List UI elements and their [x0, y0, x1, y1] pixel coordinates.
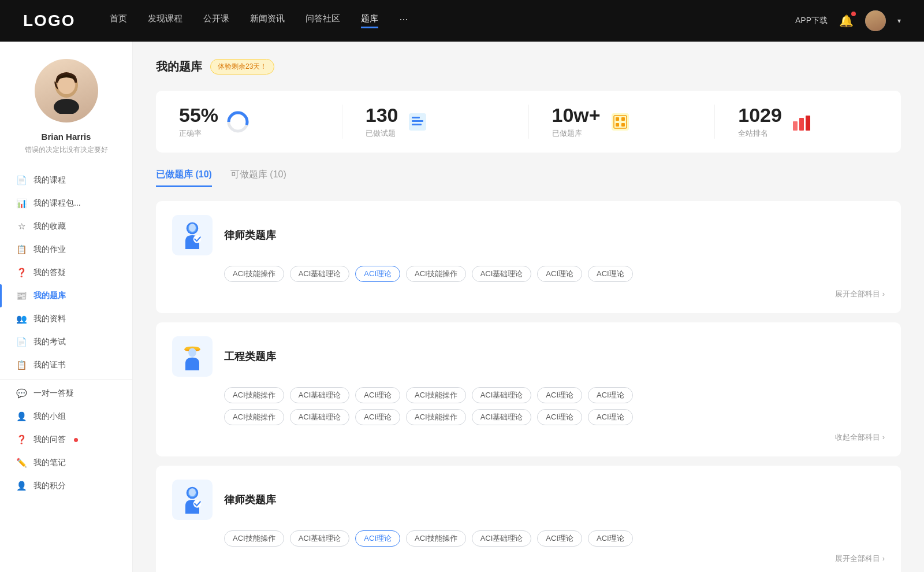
chat-icon: 💬 — [16, 388, 27, 399]
tag-1[interactable]: ACI基础理论 — [290, 266, 350, 282]
stat-value-banks: 10w+ — [552, 105, 601, 126]
l2-tag-0[interactable]: ACI技能操作 — [224, 530, 284, 547]
unread-dot — [74, 438, 78, 442]
collapse-btn-engineer[interactable]: 收起全部科目 › — [172, 432, 885, 443]
svg-point-24 — [188, 348, 196, 357]
qa-icon: ❓ — [16, 434, 27, 445]
stats-bar: 55% 正确率 130 已做试题 — [156, 91, 901, 153]
qbank-header-lawyer-2: 律师类题库 — [172, 480, 885, 520]
avatar-illustration — [43, 68, 90, 114]
eng-tag-r1-5[interactable]: ACI理论 — [537, 387, 582, 403]
qbank-tags-engineer-row2: ACI技能操作 ACI基础理论 ACI理论 ACI技能操作 ACI基础理论 AC… — [224, 409, 885, 425]
stat-correct-rate: 55% 正确率 — [156, 105, 342, 139]
page-body: Brian Harris 错误的决定比没有决定要好 📄 我的课程 📊 我的课程包… — [0, 42, 924, 572]
eng-tag-r1-0[interactable]: ACI技能操作 — [224, 387, 284, 403]
points-icon: 👤 — [16, 481, 27, 491]
qbank-header-engineer: 工程类题库 — [172, 336, 885, 377]
sidebar-item-notes[interactable]: ✏️ 我的笔记 — [0, 451, 132, 474]
nav-qa[interactable]: 问答社区 — [305, 13, 340, 28]
bank-icon — [609, 110, 632, 133]
sidebar-item-exam[interactable]: 📄 我的考试 — [0, 330, 132, 354]
sidebar-item-group[interactable]: 👤 我的小组 — [0, 405, 132, 428]
sidebar: Brian Harris 错误的决定比没有决定要好 📄 我的课程 📊 我的课程包… — [0, 42, 133, 572]
eng-tag-r1-2[interactable]: ACI理论 — [355, 387, 400, 403]
eng-tag-r2-3[interactable]: ACI技能操作 — [406, 409, 466, 425]
logo[interactable]: LOGO — [23, 12, 75, 30]
nav-more[interactable]: ··· — [399, 13, 408, 28]
l2-tag-5[interactable]: ACI理论 — [537, 530, 582, 547]
notification-bell[interactable]: 🔔 — [839, 14, 854, 28]
tag-3[interactable]: ACI技能操作 — [406, 266, 466, 282]
tab-done[interactable]: 已做题库 (10) — [156, 169, 212, 187]
group-icon: 👤 — [16, 411, 27, 422]
expand-btn-lawyer-2[interactable]: 展开全部科目 › — [172, 554, 885, 564]
sidebar-item-my-qa[interactable]: ❓ 我的问答 — [0, 428, 132, 451]
l2-tag-3[interactable]: ACI技能操作 — [406, 530, 466, 547]
qbank-title-engineer: 工程类题库 — [224, 350, 276, 363]
chevron-down-icon[interactable]: ▾ — [897, 17, 901, 25]
newspaper-icon: 📰 — [16, 291, 27, 301]
l2-tag-4[interactable]: ACI基础理论 — [472, 530, 532, 547]
tag-6[interactable]: ACI理论 — [588, 266, 633, 282]
eng-tag-r2-1[interactable]: ACI基础理论 — [290, 409, 350, 425]
tag-2-active[interactable]: ACI理论 — [355, 266, 400, 282]
tag-4[interactable]: ACI基础理论 — [472, 266, 532, 282]
sidebar-item-qa[interactable]: ❓ 我的答疑 — [0, 261, 132, 284]
expand-btn-lawyer-1[interactable]: 展开全部科目 › — [172, 289, 885, 299]
sidebar-item-points[interactable]: 👤 我的积分 — [0, 474, 132, 497]
avatar[interactable] — [865, 10, 886, 31]
eng-tag-r2-2[interactable]: ACI理论 — [355, 409, 400, 425]
stat-value-correct: 55% — [179, 105, 218, 126]
svg-rect-17 — [799, 118, 804, 131]
nav-question-bank[interactable]: 题库 — [361, 13, 378, 28]
engineer-icon — [172, 336, 213, 377]
sidebar-menu: 📄 我的课程 📊 我的课程包... ☆ 我的收藏 📋 我的作业 ❓ 我的答疑 📰 — [0, 169, 132, 497]
eng-tag-r1-4[interactable]: ACI基础理论 — [472, 387, 532, 403]
eng-tag-r1-6[interactable]: ACI理论 — [588, 387, 633, 403]
tab-available[interactable]: 可做题库 (10) — [230, 169, 286, 187]
sidebar-item-homework[interactable]: 📋 我的作业 — [0, 238, 132, 261]
nav-home[interactable]: 首页 — [110, 13, 127, 28]
nav-courses[interactable]: 发现课程 — [148, 13, 182, 28]
svg-rect-16 — [793, 121, 798, 131]
sidebar-item-favorites[interactable]: ☆ 我的收藏 — [0, 215, 132, 238]
tag-5[interactable]: ACI理论 — [537, 266, 582, 282]
eng-tag-r1-1[interactable]: ACI基础理论 — [290, 387, 350, 403]
sidebar-item-question-bank[interactable]: 📰 我的题库 — [0, 284, 132, 307]
sidebar-divider — [0, 379, 132, 380]
eng-tag-r2-0[interactable]: ACI技能操作 — [224, 409, 284, 425]
sidebar-item-certificate[interactable]: 📋 我的证书 — [0, 354, 132, 377]
tag-0[interactable]: ACI技能操作 — [224, 266, 284, 282]
svg-point-27 — [189, 489, 196, 497]
svg-rect-15 — [621, 123, 625, 127]
notification-badge — [851, 12, 856, 16]
sidebar-avatar — [35, 59, 98, 122]
svg-point-3 — [54, 99, 79, 114]
svg-rect-8 — [412, 120, 423, 122]
notes-icon: ✏️ — [16, 458, 27, 468]
question-icon: ❓ — [16, 268, 27, 278]
l2-tag-1[interactable]: ACI基础理论 — [290, 530, 350, 547]
eng-tag-r2-6[interactable]: ACI理论 — [588, 409, 633, 425]
qbank-tags-lawyer-2: ACI技能操作 ACI基础理论 ACI理论 ACI技能操作 ACI基础理论 AC… — [224, 530, 885, 547]
eng-tag-r1-3[interactable]: ACI技能操作 — [406, 387, 466, 403]
sidebar-item-tutoring[interactable]: 💬 一对一答疑 — [0, 382, 132, 405]
sidebar-item-course-package[interactable]: 📊 我的课程包... — [0, 192, 132, 215]
eng-tag-r2-5[interactable]: ACI理论 — [537, 409, 582, 425]
sidebar-item-materials[interactable]: 👥 我的资料 — [0, 307, 132, 330]
app-download[interactable]: APP下载 — [795, 16, 828, 26]
qbank-tags-engineer-row1: ACI技能操作 ACI基础理论 ACI理论 ACI技能操作 ACI基础理论 AC… — [224, 387, 885, 403]
certificate-icon: 📋 — [16, 360, 27, 370]
qbank-tags-lawyer-1: ACI技能操作 ACI基础理论 ACI理论 ACI技能操作 ACI基础理论 AC… — [224, 266, 885, 282]
stat-value-done: 130 — [366, 105, 398, 126]
eng-tag-r2-4[interactable]: ACI基础理论 — [472, 409, 532, 425]
l2-tag-6[interactable]: ACI理论 — [588, 530, 633, 547]
list-icon — [406, 110, 429, 133]
stat-label-correct: 正确率 — [179, 128, 218, 139]
nav-open-course[interactable]: 公开课 — [203, 13, 229, 28]
stat-label-rank: 全站排名 — [738, 128, 782, 139]
sidebar-item-my-course[interactable]: 📄 我的课程 — [0, 169, 132, 192]
stat-done-banks: 10w+ 已做题库 — [529, 105, 716, 139]
nav-news[interactable]: 新闻资讯 — [250, 13, 285, 28]
l2-tag-2-active[interactable]: ACI理论 — [355, 530, 400, 547]
